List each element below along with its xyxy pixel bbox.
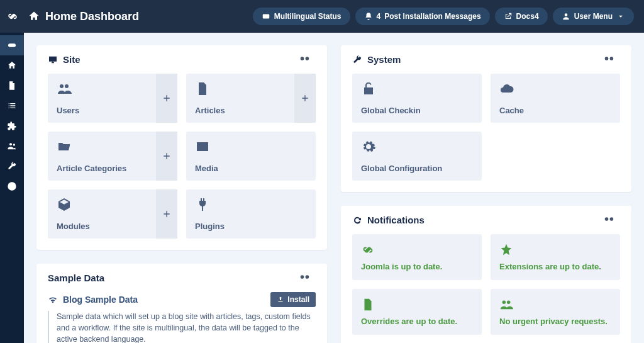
sidebar-item-home[interactable] bbox=[0, 55, 24, 76]
tile-article-categories-link[interactable]: Article Categories bbox=[48, 132, 156, 181]
plug-icon bbox=[195, 197, 210, 212]
list-icon bbox=[7, 101, 17, 111]
svg-point-15 bbox=[605, 217, 609, 221]
gear-icon bbox=[361, 139, 376, 154]
site-panel: Site Users Articl bbox=[36, 45, 327, 250]
tile-articles-add-button[interactable] bbox=[294, 74, 316, 123]
sidebar-item-dashboard[interactable] bbox=[0, 35, 24, 55]
sample-data-blog-row: Blog Sample Data Install Sample data whi… bbox=[48, 292, 316, 343]
page-title: Home Dashboard bbox=[28, 10, 139, 23]
sidebar-item-system[interactable] bbox=[0, 156, 24, 176]
multilingual-label: Multilingual Status bbox=[274, 12, 341, 21]
refresh-icon bbox=[352, 215, 362, 225]
external-link-icon bbox=[504, 12, 513, 21]
puzzle-icon bbox=[7, 121, 17, 131]
sidebar bbox=[0, 33, 24, 343]
file-icon bbox=[195, 81, 210, 96]
unlock-icon bbox=[361, 81, 376, 96]
chevron-down-icon bbox=[616, 12, 625, 21]
tile-modules-link[interactable]: Modules bbox=[48, 189, 156, 239]
sample-data-blog-desc: Sample data which will set up a blog sit… bbox=[48, 311, 316, 343]
tile-global-config-link[interactable]: Global Configuration bbox=[352, 132, 482, 181]
cube-icon bbox=[57, 197, 72, 212]
tile-media-link[interactable]: Media bbox=[186, 132, 316, 181]
sample-data-header: Sample Data bbox=[36, 264, 327, 292]
install-blog-sample-button[interactable]: Install bbox=[270, 292, 316, 307]
gear-icon bbox=[604, 215, 615, 223]
tile-cache-label: Cache bbox=[499, 106, 611, 115]
install-button-label: Install bbox=[287, 295, 309, 304]
tile-articles-link[interactable]: Articles bbox=[186, 74, 294, 123]
tile-articles-label: Articles bbox=[195, 106, 286, 115]
sidebar-item-menus[interactable] bbox=[0, 96, 24, 116]
post-install-count: 4 bbox=[377, 12, 381, 21]
post-install-label: Post Installation Messages bbox=[384, 12, 480, 21]
tile-users-add-button[interactable] bbox=[156, 74, 177, 123]
svg-point-7 bbox=[306, 57, 309, 60]
home-icon bbox=[7, 60, 17, 70]
notification-joomla: Joomla is up to date. bbox=[352, 234, 482, 280]
home-icon bbox=[28, 10, 40, 23]
sample-data-settings-button[interactable] bbox=[299, 273, 316, 283]
tile-users: Users bbox=[48, 74, 177, 123]
svg-point-6 bbox=[301, 57, 304, 60]
system-panel-settings-button[interactable] bbox=[604, 54, 620, 65]
tile-global-checkin: Global Checkin bbox=[352, 74, 482, 123]
tile-users-link[interactable]: Users bbox=[48, 74, 156, 123]
tile-plugins-label: Plugins bbox=[195, 222, 307, 231]
user-menu-button[interactable]: User Menu bbox=[553, 8, 634, 25]
system-panel: System Global Checkin Cache bbox=[341, 45, 631, 192]
sidebar-item-help[interactable] bbox=[0, 176, 24, 196]
joomla-logo-icon[interactable] bbox=[5, 9, 20, 24]
language-icon bbox=[262, 12, 270, 21]
svg-point-16 bbox=[610, 217, 614, 221]
users-icon bbox=[57, 81, 72, 96]
sample-data-blog-title-text: Blog Sample Data bbox=[63, 295, 138, 305]
joomla-icon bbox=[361, 243, 375, 257]
system-panel-header: System bbox=[341, 45, 631, 74]
wrench-icon bbox=[352, 55, 362, 65]
tile-global-config-label: Global Configuration bbox=[361, 164, 473, 173]
tile-modules-add-button[interactable] bbox=[156, 189, 177, 239]
tile-global-config: Global Configuration bbox=[352, 132, 482, 181]
wifi-icon bbox=[48, 295, 58, 305]
tile-global-checkin-link[interactable]: Global Checkin bbox=[352, 74, 482, 123]
wrench-icon bbox=[7, 161, 17, 171]
notification-privacy: No urgent privacy requests. bbox=[491, 289, 620, 335]
svg-point-14 bbox=[610, 57, 614, 60]
svg-point-1 bbox=[564, 13, 567, 16]
multilingual-status-button[interactable]: Multilingual Status bbox=[253, 8, 350, 25]
plus-icon bbox=[162, 151, 172, 161]
tile-cache-link[interactable]: Cache bbox=[491, 74, 620, 123]
info-icon bbox=[7, 181, 17, 191]
tile-global-checkin-label: Global Checkin bbox=[361, 106, 473, 115]
sample-data-title: Sample Data bbox=[48, 273, 104, 283]
notifications-panel-settings-button[interactable] bbox=[604, 215, 620, 225]
tile-modules: Modules bbox=[48, 189, 177, 239]
docs-button[interactable]: Docs4 bbox=[495, 8, 548, 25]
notification-privacy-text: No urgent privacy requests. bbox=[499, 317, 611, 326]
page-title-text: Home Dashboard bbox=[45, 10, 139, 23]
image-icon bbox=[195, 139, 210, 154]
notification-joomla-text: Joomla is up to date. bbox=[361, 262, 473, 271]
post-install-messages-button[interactable]: 4 Post Installation Messages bbox=[355, 8, 490, 25]
svg-point-9 bbox=[65, 84, 69, 88]
sidebar-item-content[interactable] bbox=[0, 76, 24, 96]
star-icon bbox=[499, 243, 513, 257]
sidebar-item-components[interactable] bbox=[0, 116, 24, 136]
notification-overrides: Overrides are up to date. bbox=[352, 289, 482, 335]
svg-point-17 bbox=[502, 301, 506, 305]
sidebar-item-users[interactable] bbox=[0, 136, 24, 156]
svg-point-5 bbox=[8, 182, 16, 190]
desktop-icon bbox=[48, 55, 58, 65]
tile-article-categories-add-button[interactable] bbox=[156, 132, 177, 181]
notifications-panel-header: Notifications bbox=[341, 206, 631, 234]
tile-plugins-link[interactable]: Plugins bbox=[186, 189, 316, 239]
upload-icon bbox=[277, 296, 284, 303]
notification-overrides-text: Overrides are up to date. bbox=[361, 317, 473, 326]
tile-articles: Articles bbox=[186, 74, 316, 123]
site-panel-settings-button[interactable] bbox=[299, 54, 316, 65]
folder-open-icon bbox=[57, 139, 72, 154]
plus-icon bbox=[162, 93, 172, 103]
tile-plugins: Plugins bbox=[186, 189, 316, 239]
